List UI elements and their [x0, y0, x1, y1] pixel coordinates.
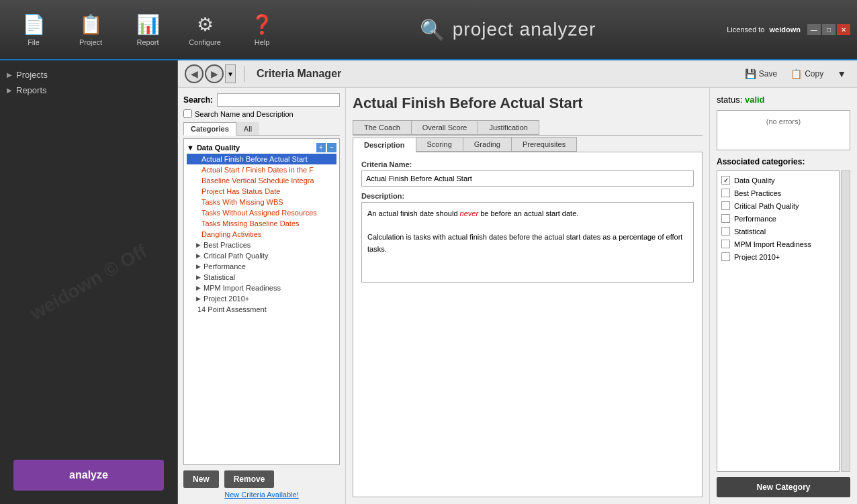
assoc-label-critical-path: Critical Path Quality: [734, 202, 799, 210]
tab-overall-score[interactable]: Overall Score: [411, 120, 478, 135]
detail-tabs-row1: The Coach Overall Score Justification: [353, 120, 703, 136]
assoc-checkbox-data-quality[interactable]: ✓: [721, 176, 730, 185]
nav-project[interactable]: 📋 Project: [64, 3, 118, 56]
tab-all[interactable]: All: [236, 122, 259, 135]
status-value: valid: [745, 95, 765, 105]
assoc-label: Associated categories:: [717, 157, 850, 166]
search-check-label: Search Name and Description: [195, 110, 294, 118]
subgroup-arrow-best-practices: ▶: [196, 242, 201, 248]
license-user: weidown: [770, 26, 801, 34]
subgroup-arrow-statistical: ▶: [196, 274, 201, 281]
tree-subgroup-statistical[interactable]: ▶ Statistical: [187, 272, 336, 283]
assoc-checkbox-statistical[interactable]: [721, 227, 730, 236]
subgroup-label-mpm: MPM Import Readiness: [204, 284, 281, 292]
license-prefix: Licensed to: [727, 26, 764, 34]
assoc-label-project2010: Project 2010+: [734, 253, 780, 261]
file-icon: 📄: [22, 13, 46, 36]
minimize-button[interactable]: —: [807, 24, 821, 35]
description-label: Description:: [361, 192, 694, 200]
tree-add-button[interactable]: +: [316, 143, 326, 152]
report-label: Report: [136, 38, 159, 46]
detail-tabs-row2: Description Scoring Grading Prerequisite…: [353, 137, 703, 152]
tree-item-baseline-vertical[interactable]: Baseline Vertical Schedule Integra: [187, 175, 336, 186]
new-category-button[interactable]: New Category: [717, 477, 850, 497]
search-input[interactable]: [217, 93, 340, 107]
nav-dropdown-button[interactable]: ▼: [225, 64, 236, 83]
assoc-checkbox-critical-path[interactable]: [721, 201, 730, 210]
copy-action[interactable]: 📋 Copy: [786, 67, 827, 81]
tab-scoring[interactable]: Scoring: [416, 137, 463, 152]
maximize-button[interactable]: □: [822, 24, 836, 35]
content-area: ◀ ▶ ▼ Criteria Manager 💾 Save 📋 Copy ▼: [178, 60, 857, 504]
sidebar-item-reports[interactable]: ▶ Reports: [0, 83, 177, 98]
tab-justification[interactable]: Justification: [478, 120, 539, 135]
tree-subgroup-best-practices[interactable]: ▶ Best Practices: [187, 240, 336, 250]
nav-help[interactable]: ❓ Help: [235, 3, 289, 56]
tree-area: ▼ Data Quality + − Actual Finish Before …: [183, 138, 340, 465]
projects-label: Projects: [16, 70, 48, 80]
tab-the-coach[interactable]: The Coach: [353, 120, 411, 135]
new-criteria-link[interactable]: New Criteria Available!: [183, 491, 340, 499]
projects-arrow-icon: ▶: [7, 71, 12, 79]
never-word: never: [460, 209, 479, 217]
assoc-label-statistical: Statistical: [734, 228, 766, 236]
assoc-item-best-practices: Best Practices: [720, 187, 836, 199]
tree-subgroup-mpm[interactable]: ▶ MPM Import Readiness: [187, 283, 336, 293]
assoc-label-performance: Performance: [734, 215, 776, 223]
nav-report[interactable]: 📊 Report: [121, 3, 175, 56]
tree-item-missing-baseline[interactable]: Tasks Missing Baseline Dates: [187, 218, 336, 229]
content-panels: Search: Search Name and Description Cate…: [178, 88, 857, 504]
nav-configure[interactable]: ⚙ Configure: [178, 3, 232, 56]
tab-prerequisites[interactable]: Prerequisites: [511, 137, 577, 152]
status-panel: status: valid (no errors) Associated cat…: [709, 88, 857, 504]
analyze-button[interactable]: analyze: [13, 460, 164, 491]
assoc-checkbox-performance[interactable]: [721, 214, 730, 223]
criteria-title: Actual Finish Before Actual Start: [353, 95, 703, 112]
nav-file[interactable]: 📄 File: [7, 3, 60, 56]
tree-item-actual-finish[interactable]: Actual Finish Before Actual Start: [187, 154, 336, 164]
close-button[interactable]: ✕: [837, 24, 850, 35]
back-button[interactable]: ◀: [185, 64, 204, 83]
tab-grading[interactable]: Grading: [463, 137, 511, 152]
tree-subgroup-performance[interactable]: ▶ Performance: [187, 261, 336, 272]
search-check-row: Search Name and Description: [183, 109, 340, 118]
assoc-checkbox-project2010[interactable]: [721, 252, 730, 261]
save-action[interactable]: 💾 Save: [741, 67, 781, 81]
remove-button[interactable]: Remove: [224, 470, 275, 488]
watermark: weidown © Off: [27, 240, 151, 324]
titlebar: 📄 File 📋 Project 📊 Report ⚙ Configure ❓ …: [0, 0, 857, 60]
forward-button[interactable]: ▶: [205, 64, 224, 83]
tree-subgroup-project2010[interactable]: ▶ Project 2010+: [187, 293, 336, 304]
save-icon: 💾: [745, 68, 756, 79]
tab-description[interactable]: Description: [353, 138, 416, 152]
new-button[interactable]: New: [183, 470, 219, 488]
tree-subgroup-14point[interactable]: 14 Point Assessment: [187, 304, 336, 315]
assoc-checkbox-best-practices[interactable]: [721, 189, 730, 197]
search-name-desc-checkbox[interactable]: [183, 109, 192, 118]
detail-content: Criteria Name: Description: An actual fi…: [353, 152, 703, 497]
assoc-list: ✓ Data Quality Best Practices Critical P…: [717, 170, 840, 472]
app-logo-icon: 🔍: [420, 18, 445, 42]
tree-item-missing-wbs[interactable]: Tasks With Missing WBS: [187, 197, 336, 207]
sidebar-item-projects[interactable]: ▶ Projects: [0, 67, 177, 83]
tree-subgroup-critical-path[interactable]: ▶ Critical Path Quality: [187, 250, 336, 261]
tree-group-data-quality[interactable]: ▼ Data Quality + −: [187, 142, 336, 154]
assoc-item-project2010: Project 2010+: [720, 250, 836, 263]
subgroup-label-performance: Performance: [204, 262, 246, 270]
tab-categories[interactable]: Categories: [183, 122, 236, 136]
left-panel: Search: Search Name and Description Cate…: [178, 88, 346, 504]
main-layout: weidown © Off ▶ Projects ▶ Reports analy…: [0, 60, 857, 504]
scrollbar[interactable]: [841, 170, 850, 472]
more-action[interactable]: ▼: [833, 67, 850, 81]
tree-item-dangling[interactable]: Dangling Activities: [187, 229, 336, 240]
title-area: 🔍 project analyzer: [289, 18, 727, 42]
criteria-name-input[interactable]: [361, 170, 694, 187]
tree-item-project-status-date[interactable]: Project Has Status Date: [187, 186, 336, 197]
tree-remove-button[interactable]: −: [327, 143, 336, 152]
tree-item-actual-start-finish[interactable]: Actual Start / Finish Dates in the F: [187, 164, 336, 175]
tree-item-no-resources[interactable]: Tasks Without Assigned Resources: [187, 207, 336, 218]
assoc-checkbox-mpm[interactable]: [721, 240, 730, 248]
toolbar-title: Criteria Manager: [257, 68, 341, 80]
copy-label: Copy: [805, 69, 823, 79]
assoc-list-wrap: ✓ Data Quality Best Practices Critical P…: [717, 170, 850, 472]
